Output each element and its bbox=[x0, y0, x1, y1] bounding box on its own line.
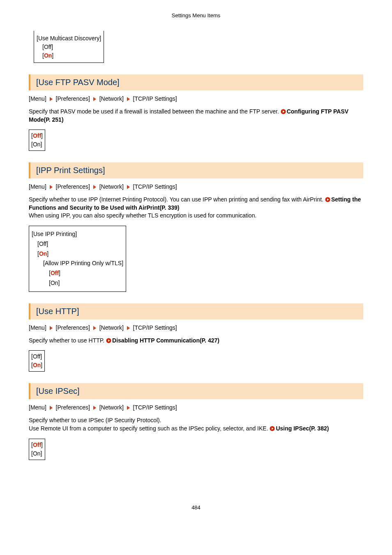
multicast-discovery-box: [Use Multicast Discovery] [Off] [On] bbox=[34, 31, 104, 63]
breadcrumb-item: [Menu] bbox=[29, 404, 46, 411]
breadcrumb: [Menu] [Preferences] [Network] [TCP/IP S… bbox=[29, 324, 363, 331]
option-on: [On] bbox=[37, 51, 101, 60]
section-heading-ipp: [IPP Print Settings] bbox=[29, 162, 363, 178]
breadcrumb-item: [TCP/IP Settings] bbox=[133, 95, 177, 102]
chevron-right-icon bbox=[50, 406, 53, 410]
cross-reference-link[interactable]: Disabling HTTP Communication(P. 427) bbox=[112, 337, 219, 344]
chevron-right-icon bbox=[50, 326, 53, 330]
ipp-options-box: [Use IPP Printing] [Off] [On] [Allow IPP… bbox=[29, 226, 126, 292]
breadcrumb-item: [Preferences] bbox=[56, 95, 90, 102]
breadcrumb-item: [Menu] bbox=[29, 324, 46, 331]
chevron-right-icon bbox=[127, 185, 130, 189]
option-label: [Allow IPP Printing Only w/TLS] bbox=[32, 259, 123, 268]
chevron-right-icon bbox=[93, 406, 96, 410]
chevron-right-icon bbox=[93, 326, 96, 330]
option-on: [On] bbox=[32, 278, 123, 288]
section-description: Specify whether to use HTTP. Disabling H… bbox=[29, 337, 363, 345]
section-description: Specify whether to use IPP (Internet Pri… bbox=[29, 196, 363, 220]
section-heading-http: [Use HTTP] bbox=[29, 303, 363, 319]
chevron-right-icon bbox=[127, 97, 130, 101]
breadcrumb-item: [Menu] bbox=[29, 95, 46, 102]
breadcrumb-item: [Menu] bbox=[29, 183, 46, 190]
breadcrumb-item: [TCP/IP Settings] bbox=[133, 404, 177, 411]
chevron-right-icon bbox=[93, 97, 96, 101]
http-options-box: [Off] [On] bbox=[29, 350, 45, 372]
option-on: [On] bbox=[31, 362, 42, 368]
option-label: [Use IPP Printing] bbox=[32, 231, 77, 237]
chevron-right-icon bbox=[127, 406, 130, 410]
option-on: [On] bbox=[32, 249, 123, 259]
play-circle-icon bbox=[270, 426, 275, 431]
breadcrumb-item: [Network] bbox=[99, 404, 124, 411]
breadcrumb: [Menu] [Preferences] [Network] [TCP/IP S… bbox=[29, 95, 363, 102]
option-on: [On] bbox=[31, 141, 42, 148]
option-off: [Off] bbox=[31, 353, 42, 360]
breadcrumb-item: [Preferences] bbox=[56, 404, 90, 411]
option-off: [Off] bbox=[37, 43, 101, 51]
option-on: [On] bbox=[31, 450, 42, 457]
breadcrumb: [Menu] [Preferences] [Network] [TCP/IP S… bbox=[29, 404, 363, 411]
section-heading-ftp-pasv: [Use FTP PASV Mode] bbox=[29, 74, 363, 90]
play-circle-icon bbox=[106, 338, 111, 343]
option-off: [Off] bbox=[32, 268, 123, 278]
section-description: Specify that PASV mode be used if a fire… bbox=[29, 108, 363, 124]
page-number: 484 bbox=[29, 504, 363, 511]
breadcrumb-item: [TCP/IP Settings] bbox=[133, 324, 177, 331]
option-off: [Off] bbox=[31, 442, 43, 448]
option-label: [Use Multicast Discovery] bbox=[37, 35, 101, 42]
breadcrumb-item: [Preferences] bbox=[56, 324, 90, 331]
chevron-right-icon bbox=[93, 185, 96, 189]
ipsec-options-box: [Off] [On] bbox=[29, 439, 45, 460]
breadcrumb-item: [Network] bbox=[99, 324, 124, 331]
section-description: Specify whether to use IPSec (IP Securit… bbox=[29, 416, 363, 432]
page-container: Settings Menu Items [Use Multicast Disco… bbox=[0, 0, 392, 527]
play-circle-icon bbox=[281, 109, 286, 114]
breadcrumb-item: [Network] bbox=[99, 183, 124, 190]
cross-reference-link[interactable]: Using IPSec(P. 382) bbox=[276, 425, 329, 432]
breadcrumb-item: [Preferences] bbox=[56, 183, 90, 190]
chevron-right-icon bbox=[50, 185, 53, 189]
option-off: [Off] bbox=[31, 132, 43, 139]
page-header: Settings Menu Items bbox=[29, 12, 363, 18]
breadcrumb-item: [TCP/IP Settings] bbox=[133, 183, 177, 190]
breadcrumb: [Menu] [Preferences] [Network] [TCP/IP S… bbox=[29, 183, 363, 190]
option-off: [Off] bbox=[32, 239, 123, 249]
section-heading-ipsec: [Use IPSec] bbox=[29, 383, 363, 399]
breadcrumb-item: [Network] bbox=[99, 95, 124, 102]
chevron-right-icon bbox=[127, 326, 130, 330]
chevron-right-icon bbox=[50, 97, 53, 101]
play-circle-icon bbox=[325, 197, 330, 202]
ftp-options-box: [Off] [On] bbox=[29, 130, 45, 151]
